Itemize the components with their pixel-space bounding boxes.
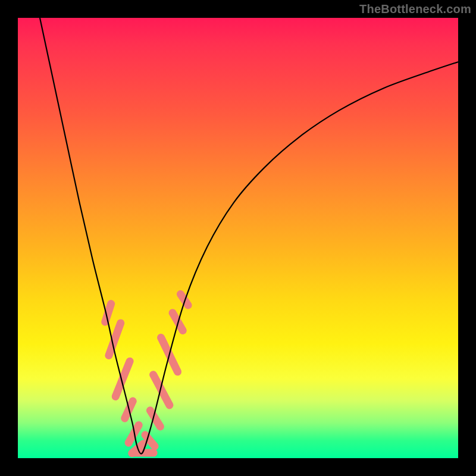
curve-marker — [175, 289, 193, 311]
marker-group — [101, 289, 193, 458]
watermark-text: TheBottleneck.com — [359, 2, 471, 16]
plot-area — [18, 18, 458, 458]
bottleneck-curve — [40, 18, 458, 454]
chart-svg — [18, 18, 458, 458]
chart-frame: TheBottleneck.com — [0, 0, 476, 476]
curve-marker — [111, 356, 135, 402]
curve-marker — [148, 369, 175, 411]
